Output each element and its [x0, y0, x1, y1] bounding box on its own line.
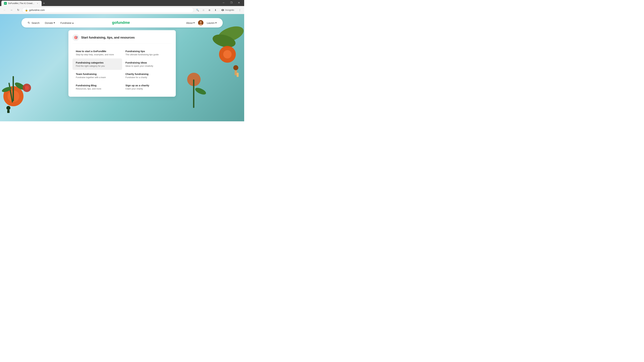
address-icons: 🔍 ☆ ⊕ ⬇ Incognito ⋮ [195, 8, 242, 12]
donate-nav-button[interactable]: Donate ▾ [43, 20, 57, 26]
dropdown-item-desc-7: Claim your charity [126, 87, 168, 90]
dropdown-item-fundraising-ideas[interactable]: Fundraising ideas Ideas to spark your cr… [122, 58, 172, 70]
dropdown-item-title-7: Sign up as a charity [126, 84, 168, 87]
search-icon [28, 21, 30, 24]
incognito-badge[interactable]: Incognito [219, 8, 236, 12]
svg-text:gofundme: gofundme [112, 20, 130, 25]
avatar-image [198, 20, 204, 25]
incognito-label: Incognito [225, 9, 234, 11]
dropdown-item-team-fundraising[interactable]: Team fundraising Fundraise together with… [72, 70, 122, 81]
dropdown-item-desc-3: Ideas to spark your creativity [126, 65, 168, 67]
user-name: Lauren [207, 21, 215, 24]
restore-button[interactable]: ❐ [228, 0, 235, 5]
about-nav-button[interactable]: About ▾ [184, 20, 197, 26]
dropdown-item-title-0: How to start a GoFundMe [76, 50, 119, 53]
dropdown-item-charity-fundraising[interactable]: Charity fundraising Fundraise for a char… [122, 70, 172, 81]
gofundme-logo: gofundme [112, 20, 132, 25]
dropdown-item-desc-4: Fundraise together with a team [76, 76, 119, 79]
dropdown-item-fundraising-tips[interactable]: Fundraising tips The ultimate fundraisin… [122, 47, 172, 58]
about-arrow: ▾ [193, 21, 195, 24]
svg-point-22 [200, 21, 202, 23]
dropdown-item-title-1: Fundraising tips [126, 50, 168, 53]
active-tab[interactable]: G GoFundMe | The #1 Crowdfund... × [1, 1, 42, 6]
fundraise-arrow: ▴ [72, 21, 74, 24]
svg-point-8 [6, 106, 10, 110]
dropdown-item-title-5: Charity fundraising [126, 72, 168, 75]
svg-rect-9 [7, 110, 10, 113]
dropdown-item-how-to-start[interactable]: How to start a GoFundMe Step-by-step hel… [72, 47, 122, 58]
fundraise-dropdown: 🎯 Start fundraising, tips, and resources… [68, 30, 176, 97]
dropdown-header: 🎯 Start fundraising, tips, and resources [72, 34, 172, 44]
window-controls: ─ ❐ ✕ [220, 0, 243, 6]
back-button[interactable]: ← [2, 7, 8, 13]
minimize-button[interactable]: ─ [220, 0, 228, 5]
user-arrow: ▾ [215, 21, 217, 24]
dropdown-header-icon: 🎯 [72, 34, 79, 41]
address-lock-icon: 🔒 [25, 9, 28, 11]
close-button[interactable]: ✕ [235, 0, 243, 5]
download-button[interactable]: ⬇ [213, 8, 218, 12]
refresh-button[interactable]: ↻ [16, 7, 21, 13]
tab-title: GoFundMe | The #1 Crowdfund... [8, 2, 35, 4]
address-input[interactable]: 🔒 gofundme.com [22, 7, 194, 13]
forward-button[interactable]: → [9, 7, 14, 13]
dropdown-item-fundraising-categories[interactable]: Fundraising categories Find the right ca… [72, 58, 122, 70]
dropdown-item-desc-6: Resources, tips, and more [76, 87, 119, 90]
dropdown-item-title-3: Fundraising ideas [126, 61, 168, 64]
donate-label: Donate [45, 21, 53, 24]
tab-close-button[interactable]: × [36, 2, 39, 5]
page-wrapper: Search Donate ▾ Fundraise ▴ gofundme A [0, 14, 244, 131]
nav-left: Search Donate ▾ Fundraise ▴ [26, 20, 76, 26]
dropdown-item-desc-0: Step-by-step help, examples, and more [76, 53, 119, 56]
address-text: gofundme.com [29, 9, 45, 11]
search-label: Search [32, 21, 40, 24]
nav-right: About ▾ Lauren ▾ [184, 20, 219, 26]
donate-arrow: ▾ [54, 21, 55, 24]
incognito-icon [221, 8, 224, 11]
search-icon-btn[interactable]: 🔍 [195, 8, 200, 12]
fundraise-nav-button[interactable]: Fundraise ▴ [58, 20, 76, 26]
dropdown-item-sign-up-charity[interactable]: Sign up as a charity Claim your charity [122, 81, 172, 93]
extensions-button[interactable]: ⊕ [207, 8, 212, 12]
dropdown-grid: How to start a GoFundMe Step-by-step hel… [72, 47, 172, 93]
dropdown-item-title-2: Fundraising categories [76, 61, 119, 64]
bottom-bar [0, 121, 244, 131]
dropdown-header-text: Start fundraising, tips, and resources [81, 36, 135, 39]
search-nav-button[interactable]: Search [26, 20, 42, 26]
dropdown-item-desc-2: Find the right category for you [76, 65, 119, 67]
user-menu-button[interactable]: Lauren ▾ [205, 20, 219, 26]
fundraise-label: Fundraise [60, 21, 72, 24]
tab-bar: G GoFundMe | The #1 Crowdfund... × + ─ ❐… [0, 0, 244, 6]
about-label: About [186, 21, 193, 24]
dropdown-item-title-6: Fundraising Blog [76, 84, 119, 87]
new-tab-button[interactable]: + [42, 1, 46, 6]
navbar: Search Donate ▾ Fundraise ▴ gofundme A [22, 18, 223, 27]
dropdown-item-desc-5: Fundraise for a charity [126, 76, 168, 79]
bookmark-button[interactable]: ☆ [201, 8, 206, 12]
logo-container[interactable]: gofundme [112, 20, 132, 26]
tab-favicon: G [4, 2, 7, 5]
address-bar: ← → ↻ 🔒 gofundme.com 🔍 ☆ ⊕ ⬇ Incognito ⋮ [0, 6, 244, 14]
dropdown-item-title-4: Team fundraising [76, 72, 119, 75]
dropdown-item-fundraising-blog[interactable]: Fundraising Blog Resources, tips, and mo… [72, 81, 122, 93]
dropdown-item-desc-1: The ultimate fundraising tips guide [126, 53, 168, 56]
nav-dropdown-wrapper: Search Donate ▾ Fundraise ▴ gofundme A [0, 14, 244, 97]
browser-menu-button[interactable]: ⋮ [238, 8, 242, 12]
user-avatar [198, 20, 204, 25]
